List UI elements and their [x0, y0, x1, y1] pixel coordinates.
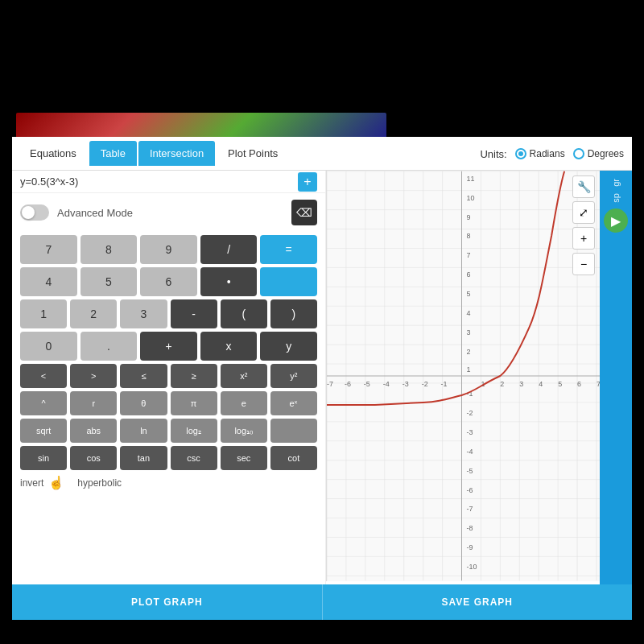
tab-intersection[interactable]: Intersection [138, 141, 215, 166]
expand-button[interactable]: ⤢ [572, 201, 595, 224]
units-label: Units: [480, 148, 506, 160]
key-log10[interactable]: log₁₀ [221, 419, 267, 443]
key-abs[interactable]: abs [70, 419, 117, 443]
key-y[interactable]: y [260, 332, 317, 361]
keypad-row-7: sqrt abs ln log₂ log₁₀ [20, 419, 317, 443]
key-ysq[interactable]: y² [270, 364, 317, 388]
svg-text:-5: -5 [364, 380, 370, 388]
key-open-paren[interactable]: ( [221, 299, 267, 328]
key-geq[interactable]: ≥ [171, 364, 217, 388]
radio-radians-label: Radians [530, 148, 565, 159]
svg-text:2: 2 [500, 380, 504, 388]
key-less[interactable]: < [20, 364, 67, 388]
invert-label: invert [20, 477, 43, 489]
key-csc[interactable]: csc [171, 446, 217, 470]
key-5[interactable]: 5 [80, 267, 138, 296]
svg-text:9: 9 [466, 213, 470, 221]
key-minus[interactable]: - [171, 299, 217, 328]
units-row: Units: Radians Degrees [480, 137, 624, 171]
svg-text:-4: -4 [466, 448, 473, 456]
key-0[interactable]: 0 [20, 332, 77, 361]
key-greater[interactable]: > [70, 364, 117, 388]
radio-degrees-dot[interactable] [573, 148, 584, 159]
svg-text:2: 2 [466, 348, 470, 356]
keypad-row-2: 4 5 6 • [20, 267, 317, 296]
key-sqrt[interactable]: sqrt [20, 419, 67, 443]
key-dot[interactable]: . [80, 332, 138, 361]
tab-equations[interactable]: Equations [19, 141, 88, 166]
svg-text:-5: -5 [466, 467, 473, 475]
right-side-panel: gr sp ▶ [600, 171, 632, 620]
svg-text:-7: -7 [466, 506, 473, 514]
key-sin[interactable]: sin [20, 446, 67, 470]
key-ln[interactable]: ln [120, 419, 167, 443]
green-action-button[interactable]: ▶ [604, 208, 628, 233]
svg-text:7: 7 [466, 251, 470, 259]
radio-radians[interactable]: Radians [515, 148, 565, 159]
wrench-button[interactable]: 🔧 [572, 175, 595, 198]
radio-radians-dot[interactable] [515, 148, 526, 159]
key-close-paren[interactable]: ) [270, 299, 317, 328]
graph-tools: 🔧 ⤢ + − [572, 175, 595, 275]
key-4[interactable]: 4 [20, 267, 77, 296]
svg-text:-2: -2 [422, 380, 428, 388]
zoom-out-button[interactable]: − [572, 253, 595, 275]
svg-text:6: 6 [466, 270, 470, 279]
key-r[interactable]: r [70, 391, 117, 415]
key-dot-2[interactable]: • [200, 267, 258, 296]
key-leq[interactable]: ≤ [120, 364, 167, 388]
advanced-mode-label: Advanced Mode [57, 207, 133, 219]
key-6[interactable]: 6 [140, 267, 197, 296]
zoom-in-button[interactable]: + [572, 227, 595, 250]
svg-text:5: 5 [558, 380, 562, 388]
svg-text:-4: -4 [383, 380, 390, 388]
key-theta[interactable]: θ [120, 391, 167, 415]
key-ex[interactable]: eˣ [270, 391, 317, 415]
keypad-row-1: 7 8 9 / = [20, 235, 317, 264]
key-x[interactable]: x [200, 332, 258, 361]
key-plus[interactable]: + [140, 332, 197, 361]
invert-icon: ☝ [48, 475, 64, 490]
tab-plot-points[interactable]: Plot Points [217, 141, 289, 166]
keypad-row-3: 1 2 3 - ( ) [20, 299, 317, 328]
tab-table[interactable]: Table [89, 141, 137, 166]
key-3[interactable]: 3 [120, 299, 167, 328]
key-divide[interactable]: / [200, 235, 258, 264]
svg-text:4: 4 [539, 380, 543, 388]
key-9[interactable]: 9 [140, 235, 197, 264]
radio-degrees-label: Degrees [588, 148, 624, 159]
tab-bar: Equations Table Intersection Plot Points… [12, 137, 632, 171]
key-sec[interactable]: sec [221, 446, 267, 470]
key-xsq[interactable]: x² [221, 364, 267, 388]
key-7[interactable]: 7 [20, 235, 77, 264]
side-text-2: sp [611, 193, 621, 203]
invert-button[interactable]: invert ☝ [20, 475, 64, 490]
svg-text:-3: -3 [402, 380, 409, 388]
app-area: Equations Table Intersection Plot Points… [12, 137, 632, 620]
key-equals-2[interactable] [260, 267, 317, 296]
key-tan[interactable]: tan [120, 446, 167, 470]
graph-svg: 11 10 9 8 7 6 5 4 3 2 1 -1 -2 -3 -4 -5 - [327, 171, 600, 581]
key-8[interactable]: 8 [80, 235, 138, 264]
key-equals[interactable]: = [260, 235, 317, 264]
key-cos[interactable]: cos [70, 446, 117, 470]
key-2[interactable]: 2 [70, 299, 117, 328]
key-e[interactable]: e [221, 391, 267, 415]
advanced-mode-toggle[interactable] [20, 204, 49, 221]
svg-text:-10: -10 [466, 563, 477, 571]
key-1[interactable]: 1 [20, 299, 67, 328]
svg-text:-7: -7 [327, 380, 333, 388]
svg-text:-9: -9 [466, 543, 473, 551]
plot-graph-button[interactable]: PLOT GRAPH [12, 584, 323, 620]
save-graph-button[interactable]: SAVE GRAPH [323, 584, 633, 620]
svg-text:-2: -2 [466, 409, 473, 417]
radio-degrees[interactable]: Degrees [573, 148, 624, 159]
key-caret[interactable]: ^ [20, 391, 67, 415]
key-pi[interactable]: π [171, 391, 217, 415]
backspace-button[interactable]: ⌫ [291, 200, 317, 225]
key-log2[interactable]: log₂ [171, 419, 217, 443]
svg-text:6: 6 [577, 380, 581, 388]
add-equation-button[interactable]: + [298, 172, 317, 192]
key-cot[interactable]: cot [270, 446, 317, 470]
keypad-row-6: ^ r θ π e eˣ [20, 391, 317, 415]
